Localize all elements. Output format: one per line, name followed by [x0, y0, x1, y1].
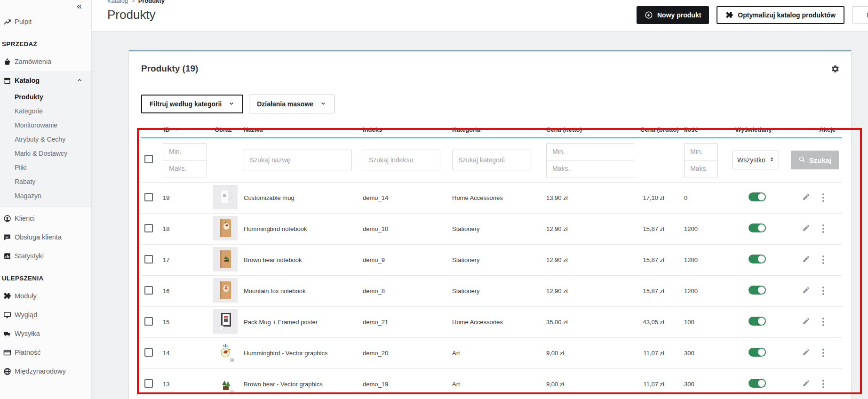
sidebar-group-katalog: KatalogProduktyKategorieMonitorowanieAtr…	[0, 71, 91, 207]
row-menu-button[interactable]	[822, 318, 824, 326]
row-checkbox[interactable]	[144, 379, 153, 388]
sidebar-item-statystyki[interactable]: Statystyki	[0, 247, 91, 265]
product-thumbnail[interactable]	[213, 309, 238, 334]
displayed-toggle[interactable]	[749, 286, 766, 295]
category-search-input[interactable]	[452, 150, 531, 170]
sidebar-item-katalog[interactable]: Katalog	[0, 71, 91, 90]
qty-min-input[interactable]	[684, 143, 718, 160]
edit-button[interactable]	[802, 379, 810, 389]
sidebar-item-pliki[interactable]: Pliki	[0, 160, 91, 175]
row-checkbox[interactable]	[144, 317, 153, 326]
search-button[interactable]: Szukaj	[791, 151, 839, 169]
help-button[interactable]: Pomoc	[852, 6, 868, 24]
sidebar-item-rabaty[interactable]: Rabaty	[0, 175, 91, 189]
edit-button[interactable]	[802, 224, 810, 233]
new-product-button[interactable]: Nowy produkt	[637, 6, 709, 24]
sidebar-item-magazyn[interactable]: Magazyn	[0, 189, 91, 203]
product-thumbnail[interactable]	[213, 216, 238, 240]
row-checkbox[interactable]	[144, 255, 153, 263]
sort-chevron-icon[interactable]	[174, 127, 179, 132]
row-checkbox-cell	[141, 306, 160, 337]
product-thumbnail[interactable]	[213, 371, 238, 396]
sidebar-item-label: Płatność	[15, 349, 41, 356]
product-thumbnail[interactable]	[213, 185, 238, 209]
actions-cell	[788, 244, 842, 275]
pencil-icon	[802, 255, 810, 264]
qty-max-input[interactable]	[684, 160, 718, 177]
chevron-up-icon	[76, 77, 83, 84]
row-checkbox[interactable]	[144, 224, 153, 232]
sidebar-item-zamowienia[interactable]: Zamówienia	[0, 52, 91, 71]
price-max-input[interactable]	[546, 160, 633, 177]
sidebar-item-platnosc[interactable]: Płatność	[0, 343, 91, 362]
sidebar-item-obsluga-klienta[interactable]: Obsługa klienta	[0, 228, 91, 247]
row-menu-button[interactable]	[822, 380, 824, 388]
puzzle-icon	[725, 11, 733, 19]
row-menu-button[interactable]	[822, 349, 824, 357]
panel-head: Produkty (19)	[129, 51, 851, 74]
displayed-cell	[729, 337, 788, 368]
row-menu-button[interactable]	[822, 224, 824, 233]
kebab-icon	[822, 255, 824, 264]
product-index: demo_9	[360, 244, 449, 275]
product-name: Mountain fox notebook	[241, 275, 360, 306]
actions-cell	[788, 337, 842, 368]
row-checkbox-cell	[141, 275, 160, 306]
sidebar-item-wyglad[interactable]: Wygląd	[0, 305, 91, 324]
edit-button[interactable]	[802, 348, 810, 358]
displayed-filter-select[interactable]: Wszystko	[732, 151, 779, 169]
product-price-net: 13,90 zł	[543, 182, 637, 213]
displayed-toggle[interactable]	[749, 348, 766, 357]
row-menu-button[interactable]	[822, 287, 824, 295]
product-thumbnail[interactable]	[213, 340, 238, 365]
sidebar-item-atrybuty-cechy[interactable]: Atrybuty & Cechy	[0, 132, 91, 146]
displayed-toggle[interactable]	[749, 379, 766, 388]
row-checkbox[interactable]	[144, 286, 153, 295]
row-checkbox[interactable]	[144, 348, 153, 357]
id-min-input[interactable]	[163, 143, 207, 160]
bulk-actions-button[interactable]: Działania masowe	[249, 95, 334, 113]
bulk-actions-label: Działania masowe	[257, 100, 313, 108]
row-menu-button[interactable]	[822, 193, 824, 202]
filter-category-button[interactable]: Filtruj według kategorii	[141, 95, 243, 113]
sidebar-item-miedzynarodowy[interactable]: Międzynarodowy	[0, 362, 91, 381]
sidebar-item-produkty[interactable]: Produkty	[0, 90, 91, 104]
name-search-input[interactable]	[244, 150, 352, 170]
edit-button[interactable]	[802, 193, 810, 202]
sidebar-item-monitorowanie[interactable]: Monitorowanie	[0, 118, 91, 132]
sidebar-item-marki-dostawcy[interactable]: Marki & Dostawcy	[0, 146, 91, 160]
column-header-id[interactable]: ID	[164, 126, 170, 133]
index-search-input[interactable]	[363, 150, 440, 170]
id-max-input[interactable]	[163, 160, 207, 177]
edit-button[interactable]	[802, 317, 810, 327]
sidebar-item-wysylka[interactable]: Wysyłka	[0, 324, 91, 343]
displayed-toggle[interactable]	[749, 192, 766, 201]
row-menu-button[interactable]	[822, 255, 824, 264]
page-title: Produkty	[107, 8, 156, 22]
select-all-checkbox[interactable]	[144, 155, 153, 163]
sidebar-item-pulpit[interactable]: Pulpit	[0, 12, 91, 31]
sidebar-item-klienci[interactable]: Klienci	[0, 209, 91, 228]
product-quantity: 1200	[681, 213, 729, 244]
sidebar-item-moduly[interactable]: Moduły	[0, 287, 91, 305]
displayed-toggle[interactable]	[749, 255, 766, 263]
price-min-input[interactable]	[546, 143, 633, 160]
displayed-cell	[729, 306, 788, 337]
product-thumbnail[interactable]	[213, 247, 238, 271]
pencil-icon	[802, 317, 810, 327]
product-thumbnail[interactable]	[213, 278, 238, 303]
optimize-catalog-button[interactable]: Optymalizuj katalog produktów	[717, 6, 844, 24]
displayed-toggle[interactable]	[749, 317, 766, 326]
product-quantity: 300	[681, 337, 729, 368]
breadcrumb-parent-link[interactable]: Katalog	[107, 0, 128, 4]
sidebar-item-kategorie[interactable]: Kategorie	[0, 104, 91, 118]
displayed-toggle[interactable]	[749, 223, 766, 232]
product-id: 19	[160, 182, 212, 213]
chevrons-left-icon[interactable]: «	[77, 0, 82, 11]
row-checkbox[interactable]	[144, 193, 153, 201]
edit-button[interactable]	[802, 286, 810, 295]
products-panel: Produkty (19) Filtruj według kategorii D…	[129, 50, 851, 399]
gear-icon[interactable]	[831, 64, 840, 73]
edit-button[interactable]	[802, 255, 810, 264]
displayed-cell	[729, 182, 788, 213]
